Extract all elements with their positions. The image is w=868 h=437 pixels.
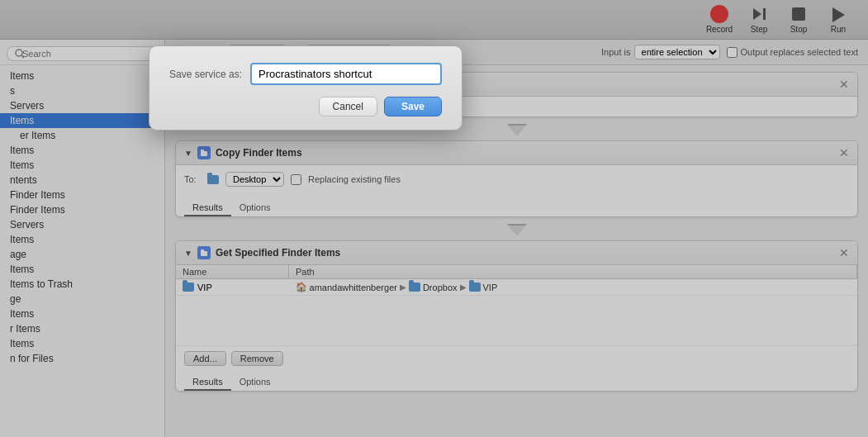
service-name-input[interactable]: [250, 63, 442, 85]
save-dialog: Save service as: Cancel Save: [149, 45, 462, 131]
modal-buttons: Cancel Save: [169, 97, 442, 116]
save-button[interactable]: Save: [384, 97, 442, 116]
cancel-button[interactable]: Cancel: [319, 97, 377, 116]
modal-input-row: Save service as:: [169, 63, 442, 85]
modal-label: Save service as:: [169, 69, 242, 80]
modal-overlay: Save service as: Cancel Save: [0, 0, 868, 437]
